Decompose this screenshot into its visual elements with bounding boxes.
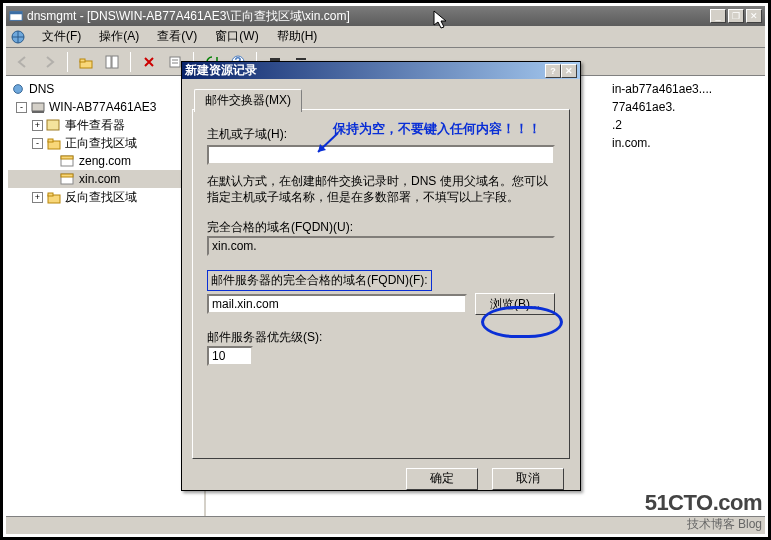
tree-server[interactable]: - WIN-AB77A461AE3 — [8, 98, 202, 116]
menubar: 文件(F) 操作(A) 查看(V) 窗口(W) 帮助(H) — [6, 26, 765, 48]
dialog-help-button[interactable]: ? — [545, 64, 561, 78]
tree-eventviewer[interactable]: + 事件查看器 — [8, 116, 202, 134]
svg-rect-23 — [48, 139, 53, 142]
menu-action[interactable]: 操作(A) — [91, 26, 147, 47]
tab-panel: 主机或子域(H): 保持为空，不要键入任何内容！！！ 在默认方式，在创建邮件交换… — [192, 109, 570, 459]
titlebar: dnsmgmt - [DNS\WIN-AB77A461AE3\正向查找区域\xi… — [6, 6, 765, 26]
status-bar — [6, 516, 765, 534]
menu-file[interactable]: 文件(F) — [34, 26, 89, 47]
maximize-button[interactable]: ❐ — [728, 9, 744, 23]
dialog-titlebar: 新建资源记录 ? ✕ — [182, 62, 580, 79]
new-record-dialog: 新建资源记录 ? ✕ 邮件交换器(MX) 主机或子域(H): 保持为空，不要键入… — [181, 61, 581, 491]
svg-rect-20 — [32, 111, 44, 113]
mailfqdn-label: 邮件服务器的完全合格的域名(FQDN)(F): — [207, 270, 432, 291]
tree-toggle-icon[interactable]: + — [32, 192, 43, 203]
svg-rect-15 — [296, 58, 306, 60]
up-button[interactable] — [75, 51, 97, 73]
back-button — [12, 51, 34, 73]
forward-button — [38, 51, 60, 73]
tab-mx[interactable]: 邮件交换器(MX) — [194, 89, 302, 112]
menu-help[interactable]: 帮助(H) — [269, 26, 326, 47]
dialog-title: 新建资源记录 — [185, 62, 545, 79]
tree-zone-xin[interactable]: xin.com — [8, 170, 202, 188]
svg-point-18 — [14, 85, 23, 94]
svg-rect-6 — [112, 56, 118, 68]
dns-icon — [10, 29, 26, 45]
window-title: dnsmgmt - [DNS\WIN-AB77A461AE3\正向查找区域\xi… — [27, 8, 710, 25]
tree-toggle-icon[interactable]: - — [16, 102, 27, 113]
fqdn-label: 完全合格的域名(FQDN)(U): — [207, 219, 555, 236]
app-icon — [9, 9, 23, 23]
dialog-close-button[interactable]: ✕ — [561, 64, 577, 78]
menu-window[interactable]: 窗口(W) — [207, 26, 266, 47]
tree-pane[interactable]: DNS - WIN-AB77A461AE3 + 事件查看器 - 正向查找区域 z… — [6, 76, 206, 516]
priority-input[interactable] — [207, 346, 253, 366]
fqdn-input — [207, 236, 555, 256]
svg-rect-4 — [80, 59, 85, 62]
ok-button[interactable]: 确定 — [406, 468, 478, 490]
close-button[interactable]: ✕ — [746, 9, 762, 23]
record-text: 77a461ae3. — [612, 98, 759, 116]
svg-rect-27 — [61, 174, 73, 177]
svg-rect-29 — [48, 193, 53, 196]
tree-toggle-icon[interactable]: - — [32, 138, 43, 149]
tree-label: 反向查找区域 — [65, 189, 137, 206]
show-hide-button[interactable] — [101, 51, 123, 73]
tree-root-dns[interactable]: DNS — [8, 80, 202, 98]
tree-label: 事件查看器 — [65, 117, 125, 134]
tree-label: DNS — [29, 82, 54, 96]
tree-label: 正向查找区域 — [65, 135, 137, 152]
record-text: in.com. — [612, 134, 759, 152]
browse-button[interactable]: 浏览(B)... — [475, 293, 555, 315]
tree-forward-zone[interactable]: - 正向查找区域 — [8, 134, 202, 152]
record-text: in-ab77a461ae3.... — [612, 80, 759, 98]
cursor-icon — [433, 10, 449, 32]
description-text: 在默认方式，在创建邮件交换记录时，DNS 使用父域名。您可以指定主机或子域名称，… — [207, 173, 555, 205]
host-input[interactable] — [207, 145, 555, 165]
tree-reverse-zone[interactable]: + 反向查找区域 — [8, 188, 202, 206]
record-text: .2 — [612, 116, 759, 134]
svg-rect-25 — [61, 156, 73, 159]
tree-label: zeng.com — [79, 154, 131, 168]
svg-rect-5 — [106, 56, 111, 68]
menu-view[interactable]: 查看(V) — [149, 26, 205, 47]
dialog-footer: 确定 取消 — [182, 467, 580, 490]
minimize-button[interactable]: _ — [710, 9, 726, 23]
annotation-text: 保持为空，不要键入任何内容！！！ — [333, 120, 543, 138]
svg-rect-21 — [47, 120, 59, 130]
tree-label: WIN-AB77A461AE3 — [49, 100, 156, 114]
cancel-button[interactable]: 取消 — [492, 468, 564, 490]
tree-zone-zeng[interactable]: zeng.com — [8, 152, 202, 170]
mailfqdn-input[interactable] — [207, 294, 467, 314]
svg-rect-7 — [170, 57, 180, 67]
svg-rect-1 — [10, 12, 22, 15]
tree-label: xin.com — [79, 172, 120, 186]
priority-label: 邮件服务器优先级(S): — [207, 329, 555, 346]
svg-rect-19 — [32, 103, 44, 111]
delete-button[interactable] — [138, 51, 160, 73]
tree-toggle-icon[interactable]: + — [32, 120, 43, 131]
